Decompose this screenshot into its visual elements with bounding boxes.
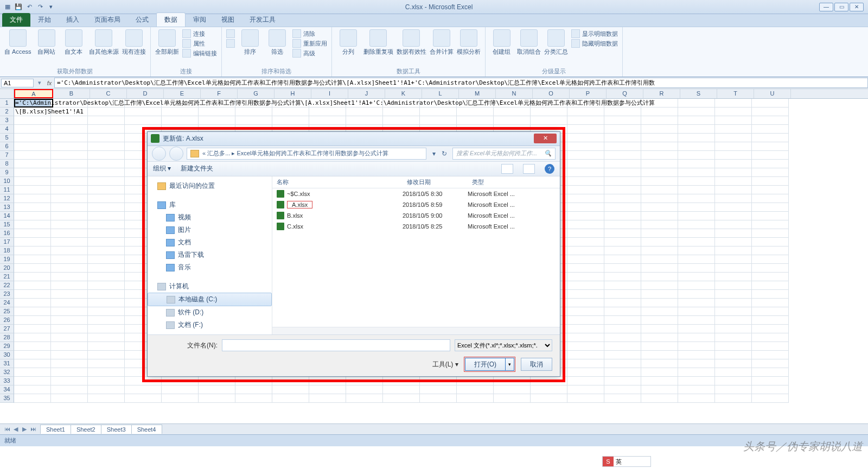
cell[interactable] (51, 212, 88, 220)
cell[interactable] (567, 203, 604, 212)
cell[interactable] (604, 186, 641, 194)
cell[interactable] (752, 99, 789, 107)
clear-button[interactable]: 清除 (292, 29, 327, 38)
cell[interactable] (162, 116, 199, 125)
subtotal-button[interactable]: 分类汇总 (544, 29, 568, 56)
cell[interactable] (678, 290, 715, 299)
cell[interactable] (678, 377, 715, 385)
cell[interactable] (752, 333, 789, 342)
sort-button[interactable]: 排序 (238, 29, 262, 56)
cell[interactable] (752, 186, 789, 194)
cell[interactable] (14, 238, 51, 246)
cell[interactable] (51, 325, 88, 333)
cell[interactable] (641, 168, 678, 177)
cell[interactable] (715, 177, 752, 186)
cell[interactable] (51, 177, 88, 186)
cell[interactable] (125, 385, 162, 394)
cell[interactable] (752, 273, 789, 281)
cell[interactable] (715, 168, 752, 177)
show-detail-button[interactable]: 显示明细数据 (571, 29, 618, 38)
cell[interactable] (678, 99, 715, 107)
cell[interactable] (494, 107, 531, 116)
col-header[interactable]: D (127, 89, 164, 98)
connections-button[interactable]: 连接 (182, 29, 217, 38)
cell[interactable] (715, 142, 752, 151)
cell[interactable] (641, 377, 678, 385)
side-e-drive[interactable]: 文档 (F:) (148, 319, 272, 331)
cell[interactable] (567, 168, 604, 177)
cell[interactable] (604, 368, 641, 377)
cell[interactable] (88, 368, 125, 377)
cell[interactable] (715, 333, 752, 342)
from-text-button[interactable]: 自文本 (62, 29, 86, 56)
cell[interactable] (641, 203, 678, 212)
cell[interactable] (494, 394, 531, 403)
edit-links-button[interactable]: 编辑链接 (182, 49, 217, 58)
cancel-button[interactable]: 取消 (521, 358, 552, 371)
cell[interactable] (715, 246, 752, 255)
cell[interactable] (14, 333, 51, 342)
cell[interactable] (88, 290, 125, 299)
col-header[interactable]: Q (607, 89, 643, 98)
cell[interactable] (715, 290, 752, 299)
cell[interactable] (752, 203, 789, 212)
cell[interactable] (88, 107, 125, 116)
cell[interactable] (346, 394, 383, 403)
select-all-corner[interactable] (0, 89, 14, 98)
cell[interactable] (604, 168, 641, 177)
cell[interactable] (715, 316, 752, 325)
cell[interactable] (604, 307, 641, 316)
cell[interactable] (752, 377, 789, 385)
cell[interactable] (51, 342, 88, 351)
from-access-button[interactable]: 自 Access (4, 29, 31, 56)
col-header[interactable]: O (533, 89, 570, 98)
cell[interactable] (51, 160, 88, 168)
cell[interactable] (51, 220, 88, 229)
cell[interactable] (641, 255, 678, 264)
cell[interactable] (309, 116, 346, 125)
cell[interactable] (715, 281, 752, 290)
cell[interactable] (678, 142, 715, 151)
cell[interactable] (752, 385, 789, 394)
cell[interactable] (51, 377, 88, 385)
cell[interactable] (641, 325, 678, 333)
cell[interactable] (715, 307, 752, 316)
cell[interactable] (715, 229, 752, 238)
cell[interactable] (715, 359, 752, 368)
cell[interactable] (678, 203, 715, 212)
cell[interactable] (567, 316, 604, 325)
cell[interactable] (567, 246, 604, 255)
reapply-button[interactable]: 重新应用 (292, 39, 327, 48)
cell[interactable] (752, 220, 789, 229)
cell[interactable] (14, 177, 51, 186)
col-header[interactable]: M (459, 89, 496, 98)
cell[interactable] (715, 299, 752, 307)
cell[interactable] (604, 359, 641, 368)
cell[interactable] (678, 229, 715, 238)
cell[interactable] (567, 229, 604, 238)
horizontal-scrollbar[interactable] (272, 327, 560, 334)
col-header[interactable]: L (422, 89, 459, 98)
cell[interactable] (641, 125, 678, 134)
cell[interactable] (14, 325, 51, 333)
nav-forward-button[interactable] (169, 147, 183, 161)
cell[interactable] (88, 246, 125, 255)
cell[interactable] (604, 142, 641, 151)
cell[interactable] (51, 359, 88, 368)
file-row[interactable]: A.xlsx2018/10/5 8:59Microsoft Excel ... (272, 199, 560, 210)
dialog-close-button[interactable]: ✕ (534, 134, 557, 143)
cell[interactable] (604, 316, 641, 325)
sort-asc-button[interactable] (226, 29, 235, 38)
cell[interactable] (752, 394, 789, 403)
row-header[interactable]: 5 (0, 134, 14, 142)
name-box[interactable]: A1 (1, 79, 34, 87)
cell[interactable] (678, 264, 715, 273)
col-header[interactable]: N (496, 89, 533, 98)
maximize-button[interactable]: ▭ (834, 3, 848, 11)
cell[interactable] (14, 273, 51, 281)
cell[interactable] (604, 203, 641, 212)
cell[interactable] (678, 134, 715, 142)
cell[interactable] (678, 351, 715, 359)
cell[interactable] (752, 125, 789, 134)
side-thunder[interactable]: 迅雷下载 (148, 249, 272, 261)
